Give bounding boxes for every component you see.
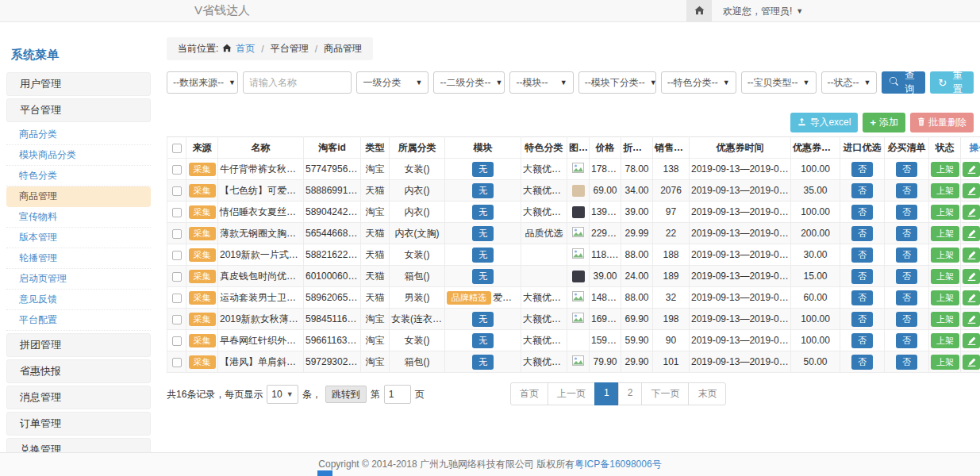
row-checkbox[interactable] <box>172 229 182 239</box>
feature-category-select[interactable]: --特色分类--▼ <box>661 71 736 94</box>
edit-button[interactable] <box>963 183 980 198</box>
status-badge[interactable]: 上架 <box>931 333 959 348</box>
import-optional-toggle[interactable]: 否 <box>851 183 873 198</box>
cell-checkbox <box>167 266 186 287</box>
import-optional-toggle[interactable]: 否 <box>851 290 873 305</box>
pager-item-末页[interactable]: 末页 <box>688 382 726 405</box>
must-buy-toggle[interactable]: 否 <box>896 355 917 370</box>
status-badge[interactable]: 上架 <box>931 226 959 241</box>
sidebar-item-saving-express[interactable]: 省惠快报 <box>6 359 151 383</box>
must-buy-toggle[interactable]: 否 <box>896 269 917 284</box>
row-checkbox[interactable] <box>172 294 182 303</box>
reset-button[interactable]: ↻ 重置 <box>930 71 974 94</box>
breadcrumb-home-link[interactable]: 首页 <box>236 42 255 56</box>
home-button[interactable] <box>686 0 712 22</box>
edit-button[interactable] <box>963 355 980 370</box>
import-optional-toggle[interactable]: 否 <box>851 205 873 220</box>
cell-category: 箱包() <box>390 351 445 373</box>
import-optional-toggle[interactable]: 否 <box>851 248 873 263</box>
status-badge[interactable]: 上架 <box>931 162 959 177</box>
row-checkbox[interactable] <box>172 165 182 175</box>
must-buy-toggle[interactable]: 否 <box>896 333 917 348</box>
jump-button[interactable]: 跳转到 <box>325 386 367 403</box>
item-type-select[interactable]: --宝贝类型--▼ <box>741 71 817 94</box>
sidebar-item-version-management[interactable]: 版本管理 <box>6 228 151 248</box>
import-excel-button[interactable]: 导入excel <box>790 113 858 132</box>
edit-button[interactable] <box>963 312 980 327</box>
row-checkbox[interactable] <box>172 358 182 367</box>
sidebar-item-order-management[interactable]: 订单管理 <box>6 412 151 436</box>
import-optional-toggle[interactable]: 否 <box>851 355 873 370</box>
row-checkbox[interactable] <box>172 208 182 217</box>
must-buy-toggle[interactable]: 否 <box>896 183 917 198</box>
row-checkbox[interactable] <box>172 336 182 346</box>
icp-link[interactable]: 粤ICP备16098006号 <box>575 458 661 471</box>
page-number-input[interactable] <box>384 385 411 404</box>
add-button[interactable]: + 添加 <box>863 113 905 132</box>
import-optional-toggle[interactable]: 否 <box>851 226 873 241</box>
sidebar-item-feedback[interactable]: 意见反馈 <box>6 290 151 310</box>
status-badge[interactable]: 上架 <box>931 355 959 370</box>
batch-delete-button[interactable]: 批量删除 <box>910 113 974 132</box>
pager-item-上一页[interactable]: 上一页 <box>548 382 595 405</box>
search-button[interactable]: 查询 <box>882 71 925 94</box>
per-page-select[interactable]: 10 ▼ <box>267 385 298 404</box>
must-buy-toggle[interactable]: 否 <box>896 205 917 220</box>
status-badge[interactable]: 上架 <box>931 183 959 198</box>
status-badge[interactable]: 上架 <box>931 205 959 220</box>
must-buy-toggle[interactable]: 否 <box>896 312 917 327</box>
batch-delete-label: 批量删除 <box>928 116 967 129</box>
status-badge[interactable]: 上架 <box>931 290 959 305</box>
sidebar-item-platform-management[interactable]: 平台管理 <box>6 98 151 122</box>
sidebar-item-carousel-management[interactable]: 轮播管理 <box>6 248 151 269</box>
sidebar-item-module-goods-category[interactable]: 模块商品分类 <box>6 145 151 166</box>
pager-item-1[interactable]: 1 <box>594 382 619 405</box>
row-checkbox[interactable] <box>172 315 182 324</box>
plus-icon: + <box>870 117 876 129</box>
category-level1-select[interactable]: 一级分类▼ <box>356 71 429 94</box>
edit-button[interactable] <box>963 290 980 305</box>
edit-button[interactable] <box>963 162 980 177</box>
sidebar-item-goods-category[interactable]: 商品分类 <box>6 125 151 145</box>
pager-item-下一页[interactable]: 下一页 <box>641 382 689 405</box>
edit-button[interactable] <box>963 226 980 241</box>
pager-item-2[interactable]: 2 <box>618 382 643 405</box>
row-checkbox[interactable] <box>172 272 182 282</box>
row-checkbox[interactable] <box>172 251 182 260</box>
name-input[interactable] <box>249 77 345 88</box>
row-checkbox[interactable] <box>172 186 182 196</box>
import-optional-toggle[interactable]: 否 <box>851 333 873 348</box>
sidebar-item-group-buy-management[interactable]: 拼团管理 <box>6 333 151 357</box>
must-buy-toggle[interactable]: 否 <box>896 248 917 263</box>
module-select[interactable]: --模块--▼ <box>509 71 573 94</box>
sidebar-item-message-management[interactable]: 消息管理 <box>6 386 151 409</box>
import-optional-toggle[interactable]: 否 <box>851 269 873 284</box>
must-buy-toggle[interactable]: 否 <box>896 226 917 241</box>
cell-type: 天猫 <box>361 287 390 309</box>
edit-button[interactable] <box>963 269 980 284</box>
edit-button[interactable] <box>963 248 980 263</box>
status-badge[interactable]: 上架 <box>931 248 959 263</box>
import-optional-toggle[interactable]: 否 <box>851 162 873 177</box>
data-source-select[interactable]: --数据来源--▼ <box>167 71 238 94</box>
status-select[interactable]: --状态--▼ <box>821 71 878 94</box>
sidebar-item-user-management[interactable]: 用户管理 <box>6 72 151 96</box>
sidebar-item-goods-management[interactable]: 商品管理 <box>6 186 151 207</box>
edit-button[interactable] <box>963 205 980 220</box>
pager-item-首页[interactable]: 首页 <box>510 382 548 405</box>
user-menu[interactable]: 欢迎您，管理员! ▼ <box>712 5 814 18</box>
import-optional-toggle[interactable]: 否 <box>851 312 873 327</box>
breadcrumb-item-platform[interactable]: 平台管理 <box>271 42 309 56</box>
sidebar-item-promo-material[interactable]: 宣传物料 <box>6 207 151 228</box>
category-level2-select[interactable]: --二级分类--▼ <box>433 71 505 94</box>
select-all-checkbox[interactable] <box>172 144 182 153</box>
module-sub-category-select[interactable]: --模块下分类--▼ <box>578 71 656 94</box>
status-badge[interactable]: 上架 <box>931 312 959 327</box>
must-buy-toggle[interactable]: 否 <box>896 162 917 177</box>
sidebar-item-feature-category[interactable]: 特色分类 <box>6 166 151 186</box>
status-badge[interactable]: 上架 <box>931 269 959 284</box>
must-buy-toggle[interactable]: 否 <box>896 290 917 305</box>
sidebar-item-platform-config[interactable]: 平台配置 <box>6 310 151 331</box>
edit-button[interactable] <box>963 333 980 348</box>
sidebar-item-splash-page-management[interactable]: 启动页管理 <box>6 269 151 290</box>
